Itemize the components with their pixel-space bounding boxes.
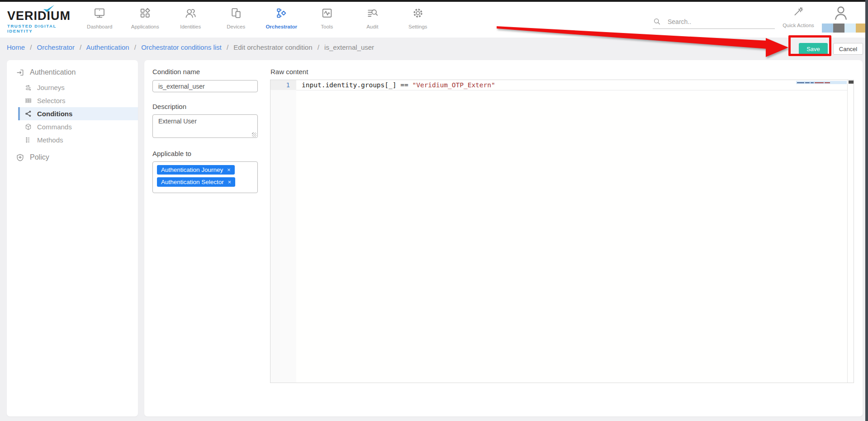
breadcrumb-link-authentication[interactable]: Authentication (86, 43, 129, 51)
table-icon (24, 97, 32, 104)
magic-wand-icon (792, 5, 804, 17)
code-line-1[interactable]: 1 input.identity.groups[_] == "Veridium_… (270, 80, 854, 90)
condition-form: Condition name Description External User… (152, 68, 258, 193)
tag-remove-icon[interactable]: × (228, 179, 232, 185)
sidebar-item-policy[interactable]: Policy (7, 151, 138, 164)
logo-check-icon (42, 5, 55, 15)
sidebar-item-conditions[interactable]: Conditions (18, 107, 138, 120)
nav-label: Tools (321, 24, 333, 29)
code-text: input.identity.groups[_] == "Veridium_OT… (296, 80, 495, 90)
route-icon (24, 84, 32, 91)
logo-tagline: TRUSTED DIGITAL IDENTITY (7, 24, 80, 33)
applicable-to-field[interactable]: Authentication Journey × Authentication … (152, 161, 258, 193)
nav-item-audit[interactable]: Audit (350, 5, 395, 29)
current-line-border (296, 90, 847, 90)
breadcrumb-separator: / (314, 43, 323, 51)
shield-icon (16, 153, 24, 162)
nav-item-applications[interactable]: Applications (123, 5, 168, 29)
main-nav: Dashboard Applications Identities Device… (77, 5, 441, 29)
sidebar-item-label: Selectors (37, 97, 66, 104)
window-top-strip (0, 0, 868, 2)
cancel-button[interactable]: Cancel (833, 43, 863, 55)
gear-icon (412, 5, 424, 21)
sidebar: Authentication Journeys Selectors Condit… (7, 60, 138, 416)
cube-icon (24, 123, 32, 131)
sidebar-item-label: Conditions (37, 110, 72, 118)
condition-name-input[interactable] (152, 80, 258, 92)
nav-item-identities[interactable]: Identities (168, 5, 213, 29)
orchestrator-flow-icon (275, 5, 288, 21)
breadcrumb-current-item: is_external_user (324, 43, 374, 51)
breadcrumb-separator: / (27, 43, 35, 51)
raw-content-label: Raw content (270, 68, 308, 76)
search-input[interactable] (668, 18, 767, 25)
nav-item-settings[interactable]: Settings (395, 5, 441, 29)
nav-label: Dashboard (87, 24, 112, 29)
branch-icon (24, 110, 32, 118)
veridium-logo[interactable]: VERIDIUM TRUSTED DIGITAL IDENTITY (7, 9, 80, 33)
person-icon (832, 5, 849, 22)
devices-icon (230, 5, 242, 21)
nav-item-devices[interactable]: Devices (213, 5, 259, 29)
palette-swatch (833, 24, 844, 33)
breadcrumb-current-page: Edit orchestrator condition (233, 43, 312, 51)
sidebar-item-label: Authentication (30, 68, 76, 76)
condition-name-label: Condition name (152, 68, 200, 76)
sidebar-item-methods[interactable]: Methods (18, 133, 138, 147)
sidebar-item-label: Commands (37, 123, 72, 131)
nav-label: Identities (180, 24, 201, 29)
nav-label: Settings (408, 24, 427, 29)
breadcrumb-link-conditions-list[interactable]: Orchestrator conditions list (141, 43, 222, 51)
sidebar-item-selectors[interactable]: Selectors (18, 94, 138, 107)
code-expression: input.identity.groups[_] == (302, 81, 412, 89)
line-number: 1 (270, 80, 296, 90)
save-button[interactable]: Save (799, 43, 828, 55)
description-label: Description (152, 103, 258, 110)
app-header: VERIDIUM TRUSTED DIGITAL IDENTITY Dashbo… (0, 2, 868, 38)
palette-swatch (844, 24, 856, 33)
nav-label: Applications (131, 24, 159, 29)
editor-scrollbar[interactable] (847, 80, 854, 383)
code-editor[interactable]: 1 input.identity.groups[_] == "Veridium_… (270, 80, 854, 383)
monitor-icon (93, 5, 106, 21)
sidebar-item-label: Policy (30, 153, 49, 161)
sidebar-item-journeys[interactable]: Journeys (18, 81, 138, 94)
nav-label: Devices (227, 24, 245, 29)
tag-remove-icon[interactable]: × (227, 166, 231, 173)
activity-icon (321, 5, 333, 21)
description-textarea[interactable]: External User (152, 114, 258, 138)
window-scrollbar-strip[interactable] (865, 0, 868, 421)
resize-grip[interactable] (252, 132, 256, 137)
breadcrumb-separator: / (131, 43, 139, 51)
breadcrumb-link-orchestrator[interactable]: Orchestrator (37, 43, 75, 51)
sidebar-item-authentication[interactable]: Authentication (7, 66, 138, 79)
description-field: External User (152, 114, 258, 140)
tag-label: Authentication Selector (161, 179, 224, 185)
breadcrumb-separator: / (223, 43, 232, 51)
login-icon (16, 68, 24, 77)
sidebar-item-label: Methods (37, 136, 63, 144)
nav-item-orchestrator[interactable]: Orchestrator (259, 5, 304, 29)
quick-actions-button[interactable]: Quick Actions (774, 5, 822, 28)
nav-item-dashboard[interactable]: Dashboard (77, 5, 123, 29)
breadcrumb: Home / Orchestrator / Authentication / O… (7, 43, 374, 51)
sidebar-item-commands[interactable]: Commands (18, 120, 138, 133)
user-avatar-button[interactable] (832, 5, 850, 22)
tag-authentication-journey: Authentication Journey × (157, 165, 235, 175)
tag-authentication-selector: Authentication Selector × (157, 177, 235, 187)
global-search (653, 14, 775, 29)
avatar-color-strip (822, 24, 867, 33)
nav-label: Audit (366, 24, 378, 29)
applications-icon (139, 5, 152, 21)
tag-label: Authentication Journey (161, 166, 223, 173)
editor-gutter (270, 80, 296, 383)
code-string-literal: "Veridium_OTP_Extern" (412, 81, 495, 89)
dots-grid-icon (24, 136, 32, 144)
edit-condition-panel: Condition name Description External User… (144, 60, 863, 416)
breadcrumb-separator: / (76, 43, 85, 51)
breadcrumb-link-home[interactable]: Home (7, 43, 25, 51)
authentication-children: Journeys Selectors Conditions Commands M… (18, 81, 138, 147)
nav-item-tools[interactable]: Tools (304, 5, 350, 29)
palette-swatch (822, 24, 833, 33)
nav-label: Orchestrator (266, 24, 297, 29)
